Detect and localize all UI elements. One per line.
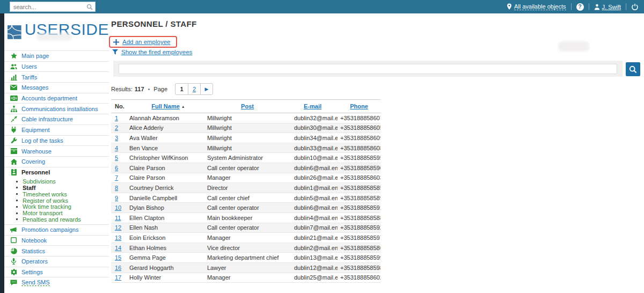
sidebar-item-label: Tariffs — [21, 74, 37, 80]
header-full-name[interactable]: Full Name▲ — [129, 100, 207, 113]
cell-phone: +353188858591 — [338, 203, 380, 213]
cell-email: dublin5@mail.en — [288, 193, 338, 203]
row-number-link[interactable]: 6 — [115, 165, 118, 171]
cell-full-name: Alannah Abramson — [129, 113, 207, 123]
sidebar-subitem-work-time-tracking[interactable]: Work time tracking — [4, 203, 109, 210]
header-phone[interactable]: Phone — [338, 100, 380, 113]
sidebar-subitem-subdivisions[interactable]: Subdivisions — [4, 178, 109, 185]
pagination-page-1[interactable]: 1 — [175, 84, 188, 94]
row-number-link[interactable]: 10 — [115, 204, 121, 211]
staff-search-button[interactable] — [626, 62, 640, 76]
sidebar-item-notebook[interactable]: Notebook — [4, 235, 109, 246]
sidebar-subitem-timesheet-works[interactable]: Timesheet works — [4, 191, 109, 197]
sort-by-name-link[interactable]: Full Name — [151, 103, 180, 109]
row-number-link[interactable]: 16 — [115, 265, 121, 271]
staff-search-input[interactable] — [119, 64, 617, 74]
bullet-icon — [16, 193, 18, 195]
left-edge-strip — [0, 13, 4, 293]
bullet-icon — [16, 181, 18, 182]
sidebar-item-communications-installations[interactable]: Communications installations — [4, 103, 109, 114]
sidebar-item-send-sms[interactable]: Send SMS — [4, 277, 109, 288]
row-number-link[interactable]: 3 — [115, 135, 118, 141]
global-search-input[interactable] — [10, 4, 86, 10]
row-number-link[interactable]: 9 — [115, 195, 118, 201]
row-number-link[interactable]: 17 — [115, 274, 121, 281]
sort-asc-icon: ▲ — [181, 105, 185, 108]
sidebar-item-warehouse[interactable]: Warehouse — [4, 145, 109, 156]
cell-full-name: Gemma Page — [129, 253, 207, 263]
sidebar: USERSIDE Main page Users Tariffs Message… — [4, 13, 109, 288]
row-number-link[interactable]: 13 — [115, 235, 121, 241]
top-bar: All available objects ? J. Swift — [0, 0, 644, 13]
personnel-submenu: Subdivisions Staff Timesheet works Regis… — [4, 177, 109, 224]
cell-post: Call center operator — [207, 223, 288, 233]
cell-post: Director — [207, 183, 288, 193]
sidebar-subitem-penalties-and-rewards[interactable]: Penalties and rewards — [4, 216, 109, 223]
subitem-label: Timesheet works — [23, 191, 67, 197]
sidebar-item-accounts-department[interactable]: Accounts department — [4, 93, 109, 104]
cell-full-name: Ellen Clapton — [129, 213, 207, 223]
sidebar-item-tariffs[interactable]: Tariffs — [4, 71, 109, 82]
cell-phone: +353188858590 — [338, 163, 380, 173]
sidebar-item-settings[interactable]: Settings — [4, 267, 109, 277]
user-menu-link[interactable]: J. Swift — [594, 4, 621, 10]
header-post[interactable]: Post — [207, 100, 288, 113]
pagination-page-2[interactable]: 2 — [188, 84, 200, 94]
row-number-link[interactable]: 2 — [115, 124, 118, 131]
global-search-box[interactable] — [10, 2, 96, 12]
table-row: 1Alannah AbramsonMillwrightdublin32@mail… — [111, 113, 380, 123]
sidebar-subitem-motor-transport[interactable]: Motor transport — [4, 210, 109, 216]
sidebar-item-covering[interactable]: Covering — [4, 156, 109, 167]
cell-email: dublin4@mail.en — [288, 213, 338, 223]
sidebar-item-label: Messages — [21, 84, 48, 91]
row-number-link[interactable]: 4 — [115, 145, 118, 151]
sidebar-item-main-page[interactable]: Main page — [4, 50, 109, 61]
cell-phone: +353188858603 — [338, 173, 380, 183]
cell-full-name: Courtney Derrick — [129, 183, 207, 193]
sidebar-item-promotion-campaigns[interactable]: Promotion campaigns — [4, 224, 109, 235]
sort-by-email-link[interactable]: E-mail — [304, 103, 321, 109]
show-fired-employees-link[interactable]: Show the fired employees — [112, 49, 192, 55]
header-email[interactable]: E-mail — [288, 100, 338, 113]
sidebar-item-personnel[interactable]: Personnel — [4, 167, 109, 178]
sort-by-post-link[interactable]: Post — [241, 103, 254, 109]
sidebar-subitem-staff[interactable]: Staff — [4, 185, 109, 191]
sidebar-item-cable-infrastructure[interactable]: Cable infrastructure — [4, 114, 109, 124]
app-logo[interactable]: USERSIDE — [4, 13, 109, 49]
all-objects-link[interactable]: All available objects — [507, 3, 566, 10]
add-employee-button[interactable]: Add an employee — [109, 36, 177, 48]
row-number-link[interactable]: 8 — [115, 185, 118, 191]
row-number-link[interactable]: 7 — [115, 174, 118, 181]
cell-phone: +353188858592 — [338, 223, 380, 233]
row-number-link[interactable]: 5 — [115, 155, 118, 161]
sidebar-item-messages[interactable]: Messages — [4, 82, 109, 93]
cell-email: dublin10@mail.en — [288, 153, 338, 163]
cell-email: dublin2@mail.en — [288, 243, 338, 253]
row-number-link[interactable]: 14 — [115, 245, 121, 251]
table-row: 3Ava WallerMillwrightdublin34@mail.en+35… — [111, 133, 380, 143]
sidebar-subitem-register-of-works[interactable]: Register of works — [4, 197, 109, 204]
cell-email: dublin12@mail.en — [288, 262, 338, 273]
bullet-icon — [16, 206, 18, 208]
row-number-link[interactable]: 12 — [115, 224, 121, 231]
sidebar-item-users[interactable]: Users — [4, 61, 109, 72]
row-number-link[interactable]: 11 — [115, 215, 121, 221]
sidebar-item-operators[interactable]: Operators — [4, 256, 109, 267]
row-number-link[interactable]: 1 — [115, 115, 118, 121]
sidebar-item-statistics[interactable]: Statistics — [4, 245, 109, 256]
cell-email: dublin21@mail.en — [288, 233, 338, 243]
sidebar-item-label: Personnel — [21, 169, 50, 175]
sidebar-item-equipment[interactable]: Equipment — [4, 124, 109, 135]
help-button[interactable]: ? — [576, 3, 584, 11]
sidebar-item-log-of-the-tasks[interactable]: Log of the tasks — [4, 135, 109, 146]
staff-search-bar — [113, 61, 623, 77]
row-number-link[interactable]: 15 — [115, 254, 121, 261]
logout-button[interactable] — [631, 3, 639, 11]
cell-full-name: Alice Adderiy — [129, 123, 207, 133]
sort-by-phone-link[interactable]: Phone — [350, 103, 368, 109]
cell-phone: +353188858602 — [338, 273, 380, 283]
separator — [626, 3, 626, 10]
pagination-next-button[interactable]: ▶ — [200, 84, 213, 94]
user-name-label: J. Swift — [602, 4, 621, 10]
gear-icon — [10, 269, 18, 275]
